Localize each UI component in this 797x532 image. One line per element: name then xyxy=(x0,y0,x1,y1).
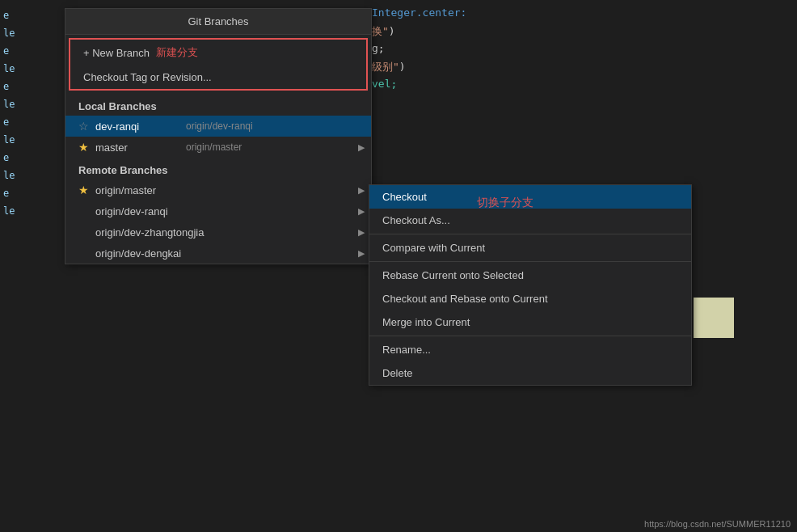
branch-name-dev-ranqi: dev-ranqi xyxy=(95,120,176,133)
submenu-checkout-as-label: Checkout As... xyxy=(382,214,450,226)
arrow-icon-master: ▶ xyxy=(358,142,365,153)
submenu-merge-label: Merge into Current xyxy=(382,316,470,328)
new-branch-item[interactable]: + New Branch 新建分支 xyxy=(70,40,366,65)
new-branch-section: + New Branch 新建分支 Checkout Tag or Revisi… xyxy=(69,38,368,91)
star-filled-icon: ★ xyxy=(78,141,89,154)
submenu-checkout-label: Checkout xyxy=(382,191,427,203)
star-placeholder-icon: ★ xyxy=(78,205,89,217)
branch-name-origin-master: origin/master xyxy=(95,184,176,196)
arrow-icon-origin-dev-dengkai: ▶ xyxy=(358,248,365,259)
branch-name-origin-dev-zhangtongjia: origin/dev-zhangtongjia xyxy=(95,226,204,239)
arrow-icon-origin-dev-zhangtongjia: ▶ xyxy=(358,227,365,238)
submenu-rename-label: Rename... xyxy=(382,344,431,356)
submenu-merge-into-current[interactable]: Merge into Current xyxy=(369,310,691,334)
new-branch-label: + New Branch xyxy=(83,47,150,59)
star-outline-icon: ☆ xyxy=(78,120,89,133)
submenu-delete[interactable]: Delete xyxy=(369,361,691,385)
submenu-checkout-as[interactable]: Checkout As... xyxy=(369,209,691,232)
star-placeholder-icon-2: ★ xyxy=(78,226,89,239)
branch-item-master[interactable]: ★ master origin/master ▶ xyxy=(65,137,371,158)
submenu-compare-label: Compare with Current xyxy=(382,242,485,254)
arrow-icon-origin-dev-ranqi: ▶ xyxy=(358,206,365,217)
watermark: https://blog.csdn.net/SUMMER11210 xyxy=(644,519,791,529)
checkout-tag-label: Checkout Tag or Revision... xyxy=(83,71,212,83)
branch-item-origin-master[interactable]: ★ origin/master ▶ xyxy=(65,179,371,201)
remote-branches-header: Remote Branches xyxy=(65,158,371,179)
yellow-note xyxy=(694,298,734,338)
submenu-divider-2 xyxy=(369,261,691,262)
checkout-tag-item[interactable]: Checkout Tag or Revision... xyxy=(70,65,366,89)
branch-submenu: Checkout Checkout As... Compare with Cur… xyxy=(369,184,692,386)
submenu-rebase-current[interactable]: Rebase Current onto Selected xyxy=(369,264,691,287)
branch-name-origin-dev-dengkai: origin/dev-dengkai xyxy=(95,247,181,260)
branch-item-origin-dev-zhangtongjia[interactable]: ★ origin/dev-zhangtongjia ▶ xyxy=(65,222,371,243)
branch-item-dev-ranqi[interactable]: ☆ dev-ranqi origin/dev-ranqi xyxy=(65,116,371,137)
submenu-checkout-rebase-label: Checkout and Rebase onto Current xyxy=(382,293,548,305)
submenu-checkout-rebase[interactable]: Checkout and Rebase onto Current xyxy=(369,287,691,310)
submenu-divider-3 xyxy=(369,336,691,336)
submenu-checkout[interactable]: Checkout xyxy=(369,185,691,209)
star-placeholder-icon-3: ★ xyxy=(78,247,89,260)
new-branch-chinese: 新建分支 xyxy=(156,45,198,60)
arrow-icon-origin-master: ▶ xyxy=(358,185,365,196)
remote-name-dev-ranqi: origin/dev-ranqi xyxy=(186,120,253,132)
submenu-rebase-label: Rebase Current onto Selected xyxy=(382,269,524,281)
git-branches-menu: Git Branches + New Branch 新建分支 Checkout … xyxy=(65,8,372,264)
branch-name-origin-dev-ranqi: origin/dev-ranqi xyxy=(95,205,176,217)
branch-item-origin-dev-ranqi[interactable]: ★ origin/dev-ranqi ▶ xyxy=(65,201,371,222)
submenu-delete-label: Delete xyxy=(382,367,413,379)
branch-name-master: master xyxy=(95,141,176,154)
local-branches-header: Local Branches xyxy=(65,94,371,116)
submenu-compare-with-current[interactable]: Compare with Current xyxy=(369,236,691,260)
menu-title: Git Branches xyxy=(65,9,371,35)
submenu-divider-1 xyxy=(369,234,691,234)
star-filled-icon-origin-master: ★ xyxy=(78,184,89,196)
submenu-rename[interactable]: Rename... xyxy=(369,338,691,361)
remote-name-master: origin/master xyxy=(186,141,242,153)
branch-item-origin-dev-dengkai[interactable]: ★ origin/dev-dengkai ▶ xyxy=(65,243,371,264)
